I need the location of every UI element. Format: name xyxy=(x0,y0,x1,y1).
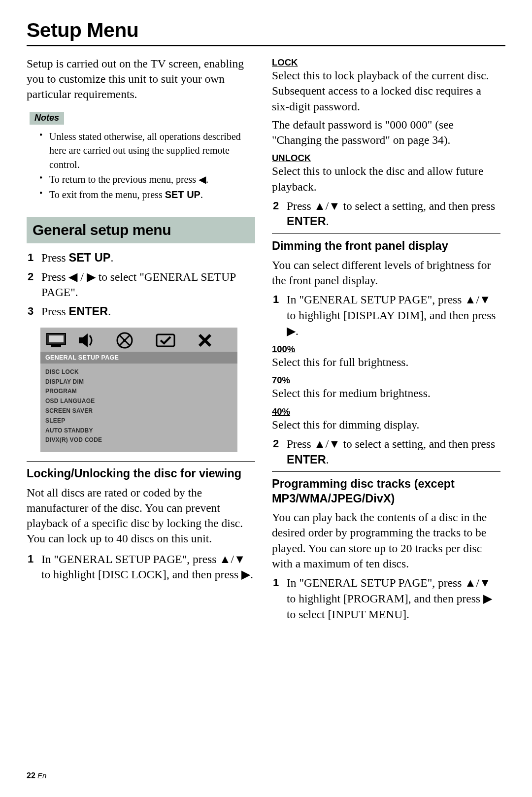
notes-heading: Notes xyxy=(30,112,64,125)
lock-option-text: Select this to lock playback of the curr… xyxy=(272,68,500,114)
step-tail: . xyxy=(326,453,329,466)
osd-item: SCREEN SAVER xyxy=(45,406,233,416)
step-text: Press xyxy=(41,305,69,318)
step: In "GENERAL SETUP PAGE", press ▲/▼ to hi… xyxy=(272,575,500,622)
section-rule xyxy=(27,461,255,462)
svg-rect-8 xyxy=(157,334,174,346)
programming-subhead: Programming disc tracks (except MP3/WMA/… xyxy=(272,477,500,506)
step-tail: . xyxy=(110,251,113,264)
svg-point-7 xyxy=(123,339,126,342)
note-item: Unless stated otherwise, all operations … xyxy=(39,130,255,171)
dim-100-text: Select this for full brightness. xyxy=(272,355,500,370)
page-number: 22 xyxy=(27,771,35,780)
check-icon xyxy=(156,332,175,348)
locking-steps: In "GENERAL SETUP PAGE", press ▲/▼ to hi… xyxy=(27,552,255,583)
speaker-icon xyxy=(79,332,94,348)
setup-key: SET UP xyxy=(165,189,200,200)
enter-key: ENTER xyxy=(287,215,326,228)
step: Press ▲/▼ to select a setting, and then … xyxy=(272,436,500,467)
step: In "GENERAL SETUP PAGE", press ▲/▼ to hi… xyxy=(27,552,255,583)
step-text: Press ▲/▼ to select a setting, and then … xyxy=(287,199,495,212)
osd-item: DISC LOCK xyxy=(45,367,233,377)
dim-70-text: Select this for medium brightness. xyxy=(272,386,500,401)
enter-key: ENTER xyxy=(69,305,108,318)
osd-header: GENERAL SETUP PAGE xyxy=(40,352,237,364)
osd-menu-items: DISC LOCK DISPLAY DIM PROGRAM OSD LANGUA… xyxy=(40,364,237,452)
unlock-option-text: Select this to unlock the disc and allow… xyxy=(272,164,500,195)
intro-paragraph: Setup is carried out on the TV screen, e… xyxy=(27,56,255,102)
svg-marker-3 xyxy=(79,333,88,347)
programming-paragraph: You can play back the contents of a disc… xyxy=(272,510,500,571)
step-text: Press xyxy=(41,251,69,264)
general-setup-heading: General setup menu xyxy=(27,217,255,243)
dimming-paragraph: You can select different levels of brigh… xyxy=(272,258,500,289)
tv-icon xyxy=(46,333,68,348)
lock-option-text2: The default password is "000 000" (see "… xyxy=(272,117,500,148)
step: Press ◀ / ▶ to select "GENERAL SETUP PAG… xyxy=(27,269,255,300)
page-lang: En xyxy=(37,771,46,780)
disc-icon xyxy=(116,332,133,349)
osd-item: DIVX(R) VOD CODE xyxy=(45,435,233,445)
osd-item: DISPLAY DIM xyxy=(45,377,233,387)
note-item: To exit from the menu, press SET UP. xyxy=(39,188,255,201)
programming-steps: In "GENERAL SETUP PAGE", press ▲/▼ to hi… xyxy=(272,575,500,622)
svg-rect-2 xyxy=(51,345,61,347)
unlock-option: UNLOCK xyxy=(272,153,500,164)
left-column: Setup is carried out on the TV screen, e… xyxy=(27,56,255,626)
dimming-subhead: Dimming the front panel display xyxy=(272,239,500,253)
note-tail: . xyxy=(200,189,203,200)
note-item: To return to the previous menu, press ◀. xyxy=(39,172,255,186)
note-text: To exit from the menu, press xyxy=(49,189,165,200)
page-footer: 22 En xyxy=(27,771,46,780)
locking-subhead: Locking/Unlocking the disc for viewing xyxy=(27,466,255,481)
page-title: Setup Menu xyxy=(27,19,505,42)
dimming-steps: In "GENERAL SETUP PAGE", press ▲/▼ to hi… xyxy=(272,292,500,339)
title-rule xyxy=(27,45,505,46)
section-rule xyxy=(272,471,500,472)
dimming-steps-cont: Press ▲/▼ to select a setting, and then … xyxy=(272,436,500,467)
osd-item: SLEEP xyxy=(45,416,233,426)
step: Press ENTER. xyxy=(27,304,255,320)
step-tail: . xyxy=(108,305,111,318)
osd-item: AUTO STANDBY xyxy=(45,426,233,436)
step-tail: . xyxy=(326,215,329,228)
locking-paragraph: Not all discs are rated or coded by the … xyxy=(27,485,255,547)
setup-key: SET UP xyxy=(69,251,111,264)
step: Press SET UP. xyxy=(27,250,255,266)
step: Press ▲/▼ to select a setting, and then … xyxy=(272,199,500,230)
osd-screenshot: GENERAL SETUP PAGE DISC LOCK DISPLAY DIM… xyxy=(40,328,237,452)
osd-icon-row xyxy=(40,328,237,352)
dim-40-text: Select this for dimming display. xyxy=(272,417,500,432)
step: In "GENERAL SETUP PAGE", press ▲/▼ to hi… xyxy=(272,292,500,339)
locking-steps-cont: Press ▲/▼ to select a setting, and then … xyxy=(272,199,500,230)
close-icon xyxy=(198,333,212,347)
general-steps: Press SET UP. Press ◀ / ▶ to select "GEN… xyxy=(27,250,255,320)
enter-key: ENTER xyxy=(287,453,326,466)
content-columns: Setup is carried out on the TV screen, e… xyxy=(27,56,505,626)
section-rule xyxy=(272,233,500,234)
svg-rect-1 xyxy=(49,335,64,342)
dim-70-option: 70% xyxy=(272,375,500,386)
notes-list: Unless stated otherwise, all operations … xyxy=(30,130,255,201)
step-text: Press ▲/▼ to select a setting, and then … xyxy=(287,437,495,450)
lock-option: LOCK xyxy=(272,57,500,68)
osd-item: OSD LANGUAGE xyxy=(45,397,233,406)
osd-item: PROGRAM xyxy=(45,387,233,397)
dim-100-option: 100% xyxy=(272,344,500,355)
right-column: LOCK Select this to lock playback of the… xyxy=(272,56,500,626)
dim-40-option: 40% xyxy=(272,406,500,417)
